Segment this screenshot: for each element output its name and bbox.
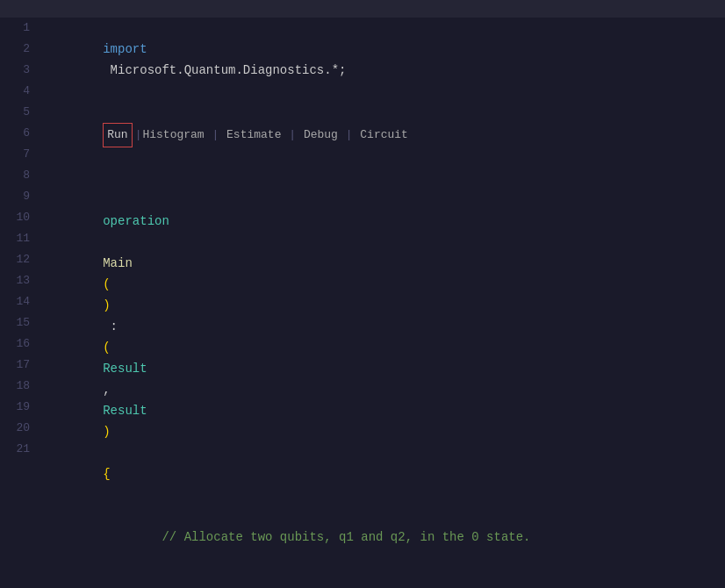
line-numbers: 1 2 3 4 5 6 7 8 9 10 11 12 13 14 15 16 1… <box>0 18 44 588</box>
result-type-2: Result <box>103 404 147 418</box>
result-type-1: Result <box>103 362 147 376</box>
keyword-operation: operation <box>103 214 169 228</box>
space-before-brace <box>103 446 110 460</box>
line-num-13: 13 <box>16 270 30 291</box>
return-paren-open: ( <box>103 341 110 355</box>
comment-4: // Allocate two qubits, q1 and q2, in th… <box>103 530 530 544</box>
line-num-1: 1 <box>23 18 30 39</box>
return-paren-close: ) <box>103 425 110 439</box>
indent-3 <box>103 193 133 207</box>
line-num-8: 8 <box>23 165 30 186</box>
code-area: 1 2 3 4 5 6 7 8 9 10 11 12 13 14 15 16 1… <box>0 18 725 588</box>
namespace-text: Microsoft.Quantum.Diagnostics.*; <box>103 63 346 77</box>
sep-1: | <box>135 125 142 146</box>
line-num-3: 3 <box>23 60 30 81</box>
keyword-import: import <box>103 42 147 56</box>
func-main: Main <box>103 256 133 270</box>
line-num-16: 16 <box>16 333 30 355</box>
comma-3: , <box>103 383 118 397</box>
line-num-10: 10 <box>16 207 30 228</box>
line-num-19: 19 <box>16 397 30 418</box>
code-line-2: Run | Histogram | Estimate | Debug | Cir… <box>44 102 725 169</box>
space-3 <box>103 235 110 249</box>
circuit-button[interactable]: Circuit <box>360 125 408 146</box>
line-num-2: 2 <box>23 39 30 60</box>
line-num-7: 7 <box>23 144 30 165</box>
code-content: import Microsoft.Quantum.Diagnostics.*; … <box>44 18 725 588</box>
line-num-4: 4 <box>23 81 30 102</box>
paren-close-3: ) <box>103 298 110 312</box>
histogram-button[interactable]: Histogram <box>142 125 204 146</box>
line-num-18: 18 <box>16 376 30 397</box>
line-num-17: 17 <box>16 355 30 376</box>
code-line-1: import Microsoft.Quantum.Diagnostics.*; <box>44 18 725 102</box>
colon-3: : <box>103 319 125 333</box>
line-num-11: 11 <box>16 228 30 249</box>
paren-open-3: ( <box>103 277 110 291</box>
line-num-6: 6 <box>23 123 30 144</box>
run-button[interactable]: Run <box>103 123 132 147</box>
brace-open-3: { <box>103 467 110 481</box>
debug-button[interactable]: Debug <box>304 125 338 146</box>
line-num-9: 9 <box>23 186 30 207</box>
code-line-5: use ( q1 , q2 ) = ( Qubit () , Qubit () … <box>44 569 725 588</box>
code-line-3: operation Main ( ) : ( Result , Result )… <box>44 169 725 506</box>
line-num-12: 12 <box>16 249 30 270</box>
sep-2: | <box>205 125 226 146</box>
inline-toolbar: Run | Histogram | Estimate | Debug | Cir… <box>103 123 408 147</box>
estimate-button[interactable]: Estimate <box>226 125 281 146</box>
line-num-5: 5 <box>23 102 30 123</box>
line-num-20: 20 <box>16 418 30 439</box>
editor-container: 1 2 3 4 5 6 7 8 9 10 11 12 13 14 15 16 1… <box>0 0 725 588</box>
sep-4: | <box>339 125 359 146</box>
line-num-15: 15 <box>16 312 30 333</box>
sep-3: | <box>282 125 302 146</box>
top-bar <box>0 0 725 18</box>
line-num-14: 14 <box>16 291 30 312</box>
line-num-21: 21 <box>16 439 30 460</box>
code-line-4: // Allocate two qubits, q1 and q2, in th… <box>44 506 725 569</box>
